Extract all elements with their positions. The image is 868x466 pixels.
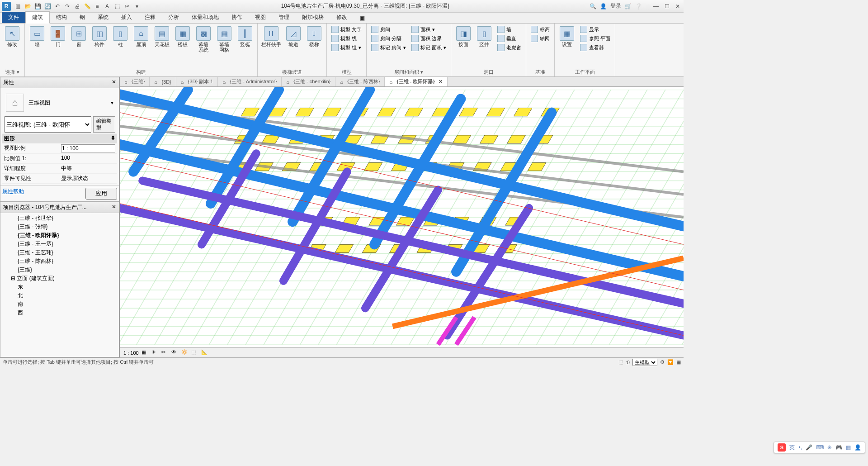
open-icon[interactable]: 📂 bbox=[24, 2, 32, 10]
tree-item[interactable]: {三维 - 王一丞} bbox=[4, 240, 115, 248]
by-face-button[interactable]: ◨按面 bbox=[454, 25, 473, 48]
close-tab-icon[interactable]: ✕ bbox=[439, 79, 443, 85]
edit-type-button[interactable]: 编辑类型 bbox=[93, 116, 115, 133]
vertical-button[interactable]: 垂直 bbox=[495, 34, 523, 43]
vc-icon[interactable]: 📐 bbox=[201, 349, 208, 357]
undo-icon[interactable]: ↶ bbox=[53, 2, 61, 10]
login-link[interactable]: 登录 bbox=[610, 2, 621, 10]
tree-item[interactable]: 东 bbox=[4, 283, 115, 291]
save-icon[interactable]: 💾 bbox=[33, 2, 42, 10]
user-icon[interactable]: 👤 bbox=[600, 3, 607, 10]
modify-button[interactable]: ↖修改 bbox=[3, 25, 22, 48]
column-button[interactable]: ▯柱 bbox=[111, 25, 130, 48]
set-button[interactable]: ▦设置 bbox=[557, 25, 576, 48]
close-button[interactable]: ✕ bbox=[674, 3, 682, 10]
text-icon[interactable]: A bbox=[103, 2, 111, 10]
tab-manage[interactable]: 管理 bbox=[272, 12, 296, 23]
cart-icon[interactable]: 🛒 bbox=[625, 3, 632, 10]
view-tab-active[interactable]: ⌂{三维 - 欧阳怀瀑}✕ bbox=[385, 77, 447, 86]
vc-icon[interactable]: ⬚ bbox=[191, 349, 198, 357]
vc-icon[interactable]: ☀ bbox=[151, 349, 159, 357]
tab-modify[interactable]: 修改 bbox=[330, 12, 354, 23]
component-button[interactable]: ◫构件 bbox=[90, 25, 109, 48]
tab-insert[interactable]: 插入 bbox=[115, 12, 138, 23]
railing-button[interactable]: ⫼栏杆扶手 bbox=[260, 25, 282, 48]
vc-icon[interactable]: ▦ bbox=[142, 349, 149, 357]
tab-steel[interactable]: 钢 bbox=[73, 12, 91, 23]
view-scale-input[interactable] bbox=[61, 144, 115, 152]
redo-icon[interactable]: ↷ bbox=[63, 2, 71, 10]
tab-extra-icon[interactable]: ▣ bbox=[354, 13, 371, 23]
mullion-button[interactable]: ┃竖梃 bbox=[236, 25, 255, 48]
tree-item[interactable]: 西 bbox=[4, 309, 115, 317]
ramp-button[interactable]: ◿坡道 bbox=[284, 25, 303, 48]
viewport-3d[interactable] bbox=[120, 87, 684, 347]
apply-button[interactable]: 应用 bbox=[85, 188, 117, 200]
tree-item[interactable]: {三维 - 张博} bbox=[4, 223, 115, 231]
properties-help-link[interactable]: 属性帮助 bbox=[2, 188, 24, 200]
align-icon[interactable]: ≡ bbox=[93, 2, 101, 10]
tree-item-selected[interactable]: {三维 - 欧阳怀瀑} bbox=[4, 231, 115, 240]
show-button[interactable]: 显示 bbox=[578, 25, 612, 33]
3d-icon[interactable]: ⬚ bbox=[113, 2, 121, 10]
room-sep-button[interactable]: 房间 分隔 bbox=[369, 34, 408, 43]
room-button[interactable]: 房间 bbox=[369, 25, 408, 33]
model-line-button[interactable]: 模型 线 bbox=[330, 34, 363, 43]
tree-item[interactable]: 南 bbox=[4, 300, 115, 309]
shaft-button[interactable]: ▯竖井 bbox=[475, 25, 494, 48]
wall-opening-button[interactable]: 墙 bbox=[495, 25, 523, 33]
tab-structure[interactable]: 结构 bbox=[50, 12, 73, 23]
view-tab[interactable]: ⌂{三维 - chenxilin} bbox=[282, 77, 335, 86]
wall-button[interactable]: ▭墙 bbox=[28, 25, 47, 48]
workset-selector[interactable]: 主模型 bbox=[632, 359, 657, 366]
scale-display[interactable]: 1 : 100 bbox=[123, 350, 139, 356]
measure-icon[interactable]: 📏 bbox=[83, 2, 91, 10]
graphics-group-header[interactable]: 图形⬍ bbox=[2, 134, 117, 143]
window-button[interactable]: ⊞窗 bbox=[69, 25, 88, 48]
grid-button[interactable]: 轴网 bbox=[529, 34, 552, 43]
tab-addins[interactable]: 附加模块 bbox=[296, 12, 330, 23]
close-icon[interactable]: ✕ bbox=[112, 79, 116, 86]
tree-item[interactable]: {三维} bbox=[4, 266, 115, 274]
tree-group[interactable]: ⊟ 立面 (建筑立面) bbox=[4, 274, 115, 283]
stair-button[interactable]: 𓊍楼梯 bbox=[305, 25, 324, 48]
tab-view[interactable]: 视图 bbox=[249, 12, 272, 23]
view-tab[interactable]: ⌂{三维} bbox=[120, 77, 150, 86]
floor-button[interactable]: ▦楼板 bbox=[173, 25, 192, 48]
status-icon[interactable]: ⬚ bbox=[618, 359, 623, 365]
tab-collaborate[interactable]: 协作 bbox=[225, 12, 249, 23]
ref-plane-button[interactable]: 参照 平面 bbox=[578, 34, 612, 43]
instance-selector[interactable]: 三维视图: {三维 - 欧阳怀 bbox=[4, 116, 91, 133]
model-text-button[interactable]: 模型 文字 bbox=[330, 25, 363, 33]
status-icon[interactable]: ⚙ bbox=[660, 359, 665, 365]
section-icon[interactable]: ✂ bbox=[123, 2, 131, 10]
sync-icon[interactable]: 🔄 bbox=[43, 2, 52, 10]
help-icon[interactable]: ❔ bbox=[635, 3, 642, 10]
view-tab[interactable]: ⌂{三维 - Administrator} bbox=[218, 77, 282, 86]
tab-file[interactable]: 文件 bbox=[2, 12, 25, 23]
tree-item[interactable]: {三维 - 王艺玮} bbox=[4, 248, 115, 257]
view-tab[interactable]: ⌂{3D} 副本 1 bbox=[176, 77, 218, 86]
tab-massing[interactable]: 体量和场地 bbox=[185, 12, 225, 23]
qat-dropdown-icon[interactable]: ▾ bbox=[133, 2, 141, 10]
search-icon[interactable]: 🔍 bbox=[590, 3, 596, 10]
qat-icon[interactable]: ▥ bbox=[14, 2, 22, 10]
print-icon[interactable]: 🖨 bbox=[73, 2, 81, 10]
tree-item[interactable]: 北 bbox=[4, 291, 115, 300]
area-button[interactable]: 面积 ▾ bbox=[410, 25, 448, 33]
vc-icon[interactable]: ✂ bbox=[161, 349, 169, 357]
tree-item[interactable]: {三维 - 陈西林} bbox=[4, 257, 115, 266]
minimize-button[interactable]: — bbox=[652, 3, 660, 10]
area-boundary-button[interactable]: 面积 边界 bbox=[410, 34, 448, 43]
dormer-button[interactable]: 老虎窗 bbox=[495, 43, 523, 52]
view-tab[interactable]: ⌂{3D} bbox=[150, 77, 176, 86]
tag-area-button[interactable]: 标记 面积 ▾ bbox=[410, 43, 448, 52]
roof-button[interactable]: ⌂屋顶 bbox=[132, 25, 151, 48]
curtain-grid-button[interactable]: ▦幕墙 网格 bbox=[215, 25, 234, 53]
ceiling-button[interactable]: ▤天花板 bbox=[152, 25, 171, 48]
status-icon[interactable]: 🔽 bbox=[667, 359, 674, 365]
view-tab[interactable]: ⌂{三维 - 陈西林} bbox=[335, 77, 385, 86]
close-icon[interactable]: ✕ bbox=[112, 204, 116, 211]
tab-architecture[interactable]: 建筑 bbox=[25, 11, 50, 24]
status-icon[interactable]: ▦ bbox=[676, 359, 681, 365]
